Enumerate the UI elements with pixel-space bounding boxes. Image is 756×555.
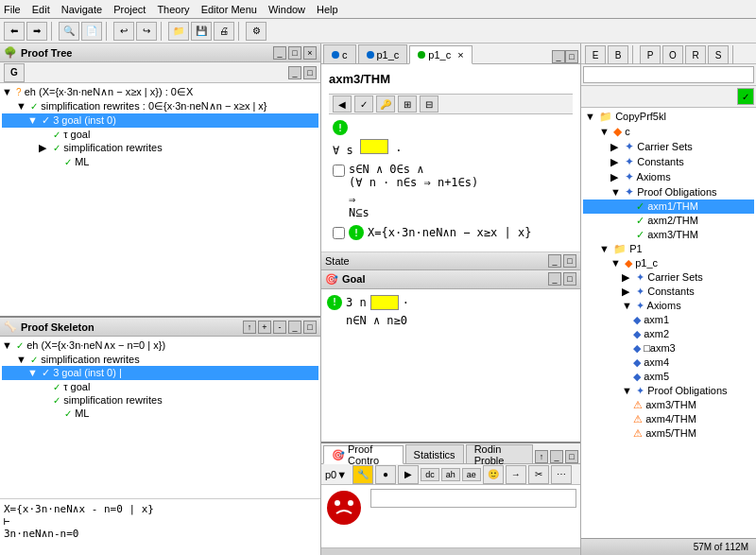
skeleton-minimize[interactable]: _ — [288, 321, 301, 334]
tree-item-4[interactable]: ▶ ✓ simplification rewrites — [2, 141, 318, 155]
rtree-arr-p1carrier[interactable]: ▶ — [622, 271, 633, 284]
proof-control-scrollbar[interactable] — [321, 547, 580, 555]
rtree-carrier[interactable]: ▶ ✦ Carrier Sets — [583, 139, 754, 154]
rtree-p1[interactable]: ▼ 📁 P1 — [583, 242, 754, 256]
formula-box-s[interactable] — [360, 139, 388, 154]
pc-max[interactable]: □ — [565, 450, 578, 463]
pc-ae[interactable]: ae — [462, 468, 481, 481]
rtree-arr-p1c[interactable]: ▼ — [610, 257, 622, 269]
rtree-arr-constants[interactable]: ▶ — [610, 156, 622, 168]
arrow-0[interactable]: ▼ — [2, 86, 13, 97]
rtree-p1-axm3[interactable]: ◆ □axm3 — [583, 341, 754, 356]
toolbar-btn-6[interactable]: ↪ — [136, 22, 157, 41]
skel-item-5[interactable]: ✓ ML — [2, 407, 318, 420]
middle-tab-max[interactable]: □ — [565, 50, 578, 63]
rtree-p1-axm4thm[interactable]: ⚠ axm4/THM — [583, 412, 754, 426]
tab-c[interactable]: c — [323, 44, 356, 63]
tab-p1c2[interactable]: p1_c × — [409, 45, 472, 64]
pc-smiley[interactable]: 🙂 — [483, 465, 504, 484]
rtree-arr-c[interactable]: ▼ — [599, 126, 610, 137]
rtree-p1-axm4[interactable]: ◆ axm4 — [583, 356, 754, 370]
skeleton-maximize[interactable]: □ — [303, 321, 317, 334]
rtree-p1-axm1[interactable]: ◆ axm1 — [583, 313, 754, 327]
pc-arrow[interactable]: → — [506, 465, 526, 484]
tab-close-icon[interactable]: × — [457, 49, 463, 61]
menu-editor[interactable]: Editor Menu — [201, 4, 257, 15]
rtree-proof-obl[interactable]: ▼ ✦ Proof Obligations — [583, 184, 754, 199]
rt-s[interactable]: S — [708, 45, 729, 64]
tab-proof-control[interactable]: 🎯 Proof Contro — [323, 445, 404, 464]
toolbar-btn-1[interactable]: ⬅ — [4, 22, 25, 41]
rtree-arr-carrier[interactable]: ▶ — [610, 141, 622, 153]
skeleton-extra2[interactable]: + — [258, 321, 271, 334]
pc-up[interactable]: ↑ — [535, 450, 548, 463]
rtree-c[interactable]: ▼ ◆ c — [583, 124, 754, 139]
menu-theory[interactable]: Theory — [157, 4, 189, 15]
pc-dc[interactable]: dc — [421, 468, 439, 481]
rtree-axioms[interactable]: ▶ ✦ Axioms — [583, 169, 754, 184]
rt-e[interactable]: E — [585, 45, 606, 64]
logic-btn-collapse[interactable]: ⊟ — [420, 95, 438, 113]
skel-item-2[interactable]: ▼ ✓ 3 goal (inst 0) | — [2, 366, 318, 380]
pc-min[interactable]: _ — [550, 450, 563, 463]
proof-tree-close[interactable]: × — [303, 46, 317, 60]
menu-navigate[interactable]: Navigate — [61, 4, 102, 15]
menu-file[interactable]: File — [4, 4, 21, 15]
rt-o[interactable]: O — [662, 45, 683, 64]
pc-btn-2[interactable]: ● — [375, 465, 396, 484]
rtree-p1-constants[interactable]: ▶ ✦ Constants — [583, 285, 754, 299]
tree-item-3[interactable]: ✓ τ goal — [2, 128, 318, 141]
pc-btn-1[interactable]: 🔧 — [352, 465, 373, 484]
menu-project[interactable]: Project — [113, 4, 146, 15]
toolbar-btn-9[interactable]: 🖨 — [214, 22, 234, 41]
tree-item-5[interactable]: ✓ ML — [2, 155, 318, 168]
rtree-arr-axioms[interactable]: ▶ — [610, 171, 622, 183]
goal-max[interactable]: □ — [563, 272, 576, 286]
rtree-p1-axioms[interactable]: ▼ ✦ Axioms — [583, 299, 754, 313]
rtree-p1-axm5[interactable]: ◆ axm5 — [583, 370, 754, 384]
proof-tree-toolbar-g[interactable]: G — [4, 63, 25, 82]
hyp-checkbox-2[interactable] — [333, 227, 345, 239]
tab-p1c[interactable]: p1_c — [358, 44, 408, 63]
menu-help[interactable]: Help — [317, 4, 338, 15]
rt-b[interactable]: B — [608, 45, 628, 64]
goal-formula-box[interactable] — [370, 295, 399, 310]
rtree-arr-p1probobl[interactable]: ▼ — [622, 385, 633, 396]
logic-btn-check[interactable]: ✓ — [354, 95, 373, 113]
toolbar-btn-10[interactable]: ⚙ — [246, 22, 266, 41]
toolbar-btn-5[interactable]: ↩ — [113, 22, 134, 41]
tab-statistics[interactable]: Statistics — [405, 444, 464, 463]
toolbar-btn-3[interactable]: 🔍 — [59, 22, 79, 41]
skel-item-3[interactable]: ✓ τ goal — [2, 380, 318, 393]
rt-r[interactable]: R — [685, 45, 706, 64]
skel-arrow-2[interactable]: ▼ — [27, 367, 39, 378]
rtree-p1-axm2[interactable]: ◆ axm2 — [583, 327, 754, 341]
hyp-checkbox[interactable] — [333, 165, 345, 177]
toolbar-btn-2[interactable]: ➡ — [26, 22, 47, 41]
rtree-arr-p1axioms[interactable]: ▼ — [622, 300, 633, 311]
middle-tab-min[interactable]: _ — [552, 50, 565, 63]
toolbar-btn-8[interactable]: 💾 — [191, 22, 212, 41]
right-search-go[interactable]: ✓ — [737, 88, 754, 105]
menu-window[interactable]: Window — [268, 4, 305, 15]
rtree-arr-copy[interactable]: ▼ — [585, 111, 596, 122]
toolbar-btn-7[interactable]: 📁 — [168, 22, 189, 41]
proof-control-input[interactable] — [370, 489, 576, 508]
rtree-axm3-c[interactable]: ✓ axm3/THM — [583, 228, 754, 242]
rtree-arr-p1consts[interactable]: ▶ — [622, 286, 633, 298]
skel-item-0[interactable]: ▼ ✓ eh (X={x·3n·neN∧x − n=0 | x}) — [2, 338, 318, 353]
state-max[interactable]: □ — [563, 254, 576, 268]
rtree-p1-carrier[interactable]: ▶ ✦ Carrier Sets — [583, 270, 754, 285]
pc-ah[interactable]: ah — [441, 468, 460, 481]
rtree-p1-probobl[interactable]: ▼ ✦ Proof Obligations — [583, 384, 754, 398]
state-min[interactable]: _ — [548, 254, 561, 268]
tree-item-2[interactable]: ▼ ✓ 3 goal (inst 0) — [2, 113, 318, 128]
pc-more[interactable]: ⋯ — [551, 465, 572, 484]
proof-tree-tb-min[interactable]: _ — [288, 66, 301, 79]
pc-scissors[interactable]: ✂ — [528, 465, 549, 484]
arrow-4[interactable]: ▶ — [39, 142, 50, 154]
skel-item-4[interactable]: ✓ simplification rewrites — [2, 393, 318, 407]
rtree-axm1[interactable]: ✓ axm1/THM — [583, 199, 754, 214]
skel-arrow-1[interactable]: ▼ — [16, 354, 27, 365]
rtree-p1-axm3thm[interactable]: ⚠ axm3/THM — [583, 398, 754, 412]
